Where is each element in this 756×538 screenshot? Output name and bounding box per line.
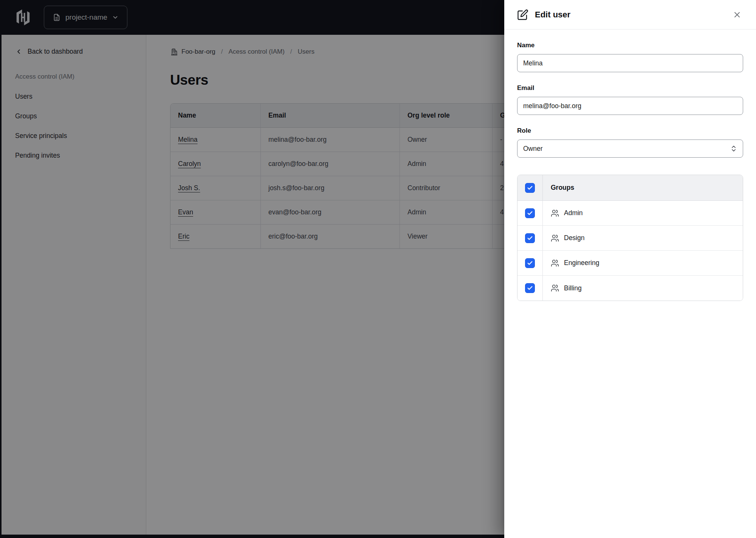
role-select-value: Owner	[523, 145, 543, 153]
users-group-icon	[551, 234, 559, 242]
check-icon	[527, 260, 533, 266]
groups-header-label: Groups	[551, 184, 574, 192]
role-select[interactable]: Owner	[517, 140, 743, 158]
group-label: Engineering	[564, 259, 599, 267]
group-engineering-checkbox[interactable]	[525, 258, 535, 268]
groups-card: Groups Admin	[517, 175, 743, 301]
group-row-engineering: Engineering	[517, 251, 743, 276]
screen: project-name Back to dashboard Access co…	[0, 0, 756, 538]
name-field-label: Name	[517, 42, 743, 49]
close-button[interactable]	[730, 7, 745, 22]
check-icon	[527, 185, 533, 191]
users-group-icon	[551, 284, 559, 292]
group-label: Admin	[564, 209, 583, 217]
name-field[interactable]	[517, 54, 743, 72]
drawer-header: Edit user	[504, 0, 756, 29]
group-label: Billing	[564, 284, 582, 292]
group-design-checkbox[interactable]	[525, 233, 535, 243]
check-icon	[527, 235, 533, 241]
group-admin-checkbox[interactable]	[525, 208, 535, 218]
group-row-admin: Admin	[517, 201, 743, 226]
edit-icon	[517, 9, 528, 20]
groups-select-all-checkbox[interactable]	[525, 183, 535, 193]
users-group-icon	[551, 209, 559, 217]
drawer-title: Edit user	[535, 10, 723, 20]
group-row-billing: Billing	[517, 276, 743, 301]
groups-header-row: Groups	[517, 175, 743, 201]
edit-user-drawer: Edit user Name Email Role Owner	[504, 0, 756, 538]
email-field-label: Email	[517, 84, 743, 92]
users-group-icon	[551, 259, 559, 267]
check-icon	[527, 210, 533, 216]
group-billing-checkbox[interactable]	[525, 283, 535, 293]
group-label: Design	[564, 234, 584, 242]
drawer-body: Name Email Role Owner	[504, 29, 756, 538]
role-field-label: Role	[517, 127, 743, 135]
chevrons-up-down-icon	[730, 145, 737, 152]
close-icon	[733, 10, 742, 19]
check-icon	[527, 285, 533, 291]
overlay-scrim[interactable]	[0, 0, 504, 538]
group-row-design: Design	[517, 226, 743, 251]
email-field[interactable]	[517, 97, 743, 115]
